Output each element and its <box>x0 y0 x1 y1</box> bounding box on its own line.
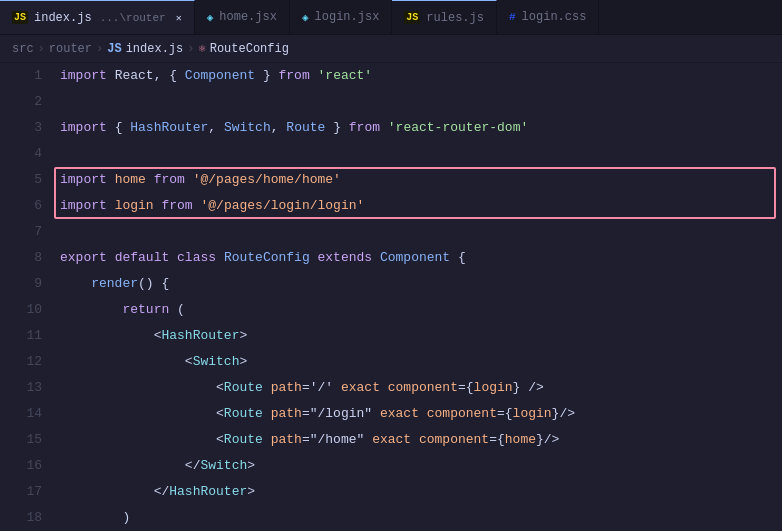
line-numbers: 1 2 3 4 5 6 7 8 9 10 11 12 13 14 15 16 1… <box>0 63 52 531</box>
code-line-3: import { HashRouter, Switch, Route } fro… <box>60 115 782 141</box>
code-line-2 <box>60 89 782 115</box>
tab-label: rules.js <box>426 11 484 25</box>
tab-login-css[interactable]: # login.css <box>497 0 599 34</box>
code-line-5: import home from '@/pages/home/home' <box>60 167 782 193</box>
tab-label: index.js <box>34 11 92 25</box>
code-line-4 <box>60 141 782 167</box>
breadcrumb: src › router › JS index.js › ⚛ RouteConf… <box>0 35 782 63</box>
tab-home-jsx[interactable]: ◈ home.jsx <box>195 0 290 34</box>
tab-label: login.jsx <box>315 10 380 24</box>
breadcrumb-sep: › <box>38 42 45 56</box>
code-line-15: <Route path="/home" exact component={hom… <box>60 427 782 453</box>
tab-rules-js[interactable]: JS rules.js <box>392 0 497 34</box>
editor: 1 2 3 4 5 6 7 8 9 10 11 12 13 14 15 16 1… <box>0 63 782 531</box>
tab-bar: JS index.js ...\router ✕ ◈ home.jsx ◈ lo… <box>0 0 782 35</box>
jsx-icon: ◈ <box>207 11 214 24</box>
breadcrumb-sep2: › <box>96 42 103 56</box>
js-icon: JS <box>12 11 28 24</box>
code-line-11: <HashRouter> <box>60 323 782 349</box>
code-line-6: import login from '@/pages/login/login' <box>60 193 782 219</box>
code-line-14: <Route path="/login" exact component={lo… <box>60 401 782 427</box>
code-line-7 <box>60 219 782 245</box>
code-line-9: render() { <box>60 271 782 297</box>
tab-index-js[interactable]: JS index.js ...\router ✕ <box>0 0 195 34</box>
code-line-1: import React, { Component } from 'react' <box>60 63 782 89</box>
code-line-17: </HashRouter> <box>60 479 782 505</box>
tab-login-jsx[interactable]: ◈ login.jsx <box>290 0 392 34</box>
tab-label: home.jsx <box>219 10 277 24</box>
code-editor[interactable]: import React, { Component } from 'react'… <box>52 63 782 531</box>
js-icon: JS <box>404 11 420 24</box>
code-line-18: ) <box>60 505 782 531</box>
code-line-12: <Switch> <box>60 349 782 375</box>
code-line-8: export default class RouteConfig extends… <box>60 245 782 271</box>
breadcrumb-file[interactable]: index.js <box>126 42 184 56</box>
code-lines: import React, { Component } from 'react'… <box>60 63 782 531</box>
breadcrumb-component[interactable]: RouteConfig <box>210 42 289 56</box>
code-line-16: </Switch> <box>60 453 782 479</box>
breadcrumb-react-icon: ⚛ <box>198 41 205 56</box>
tab-close-icon[interactable]: ✕ <box>176 12 182 24</box>
code-line-10: return ( <box>60 297 782 323</box>
breadcrumb-router[interactable]: router <box>49 42 92 56</box>
css-icon: # <box>509 11 516 23</box>
breadcrumb-src[interactable]: src <box>12 42 34 56</box>
breadcrumb-js-icon: JS <box>107 42 121 56</box>
code-line-13: <Route path='/' exact component={login} … <box>60 375 782 401</box>
jsx-icon: ◈ <box>302 11 309 24</box>
breadcrumb-sep3: › <box>187 42 194 56</box>
tab-path: ...\router <box>100 12 166 24</box>
tab-label: login.css <box>522 10 587 24</box>
